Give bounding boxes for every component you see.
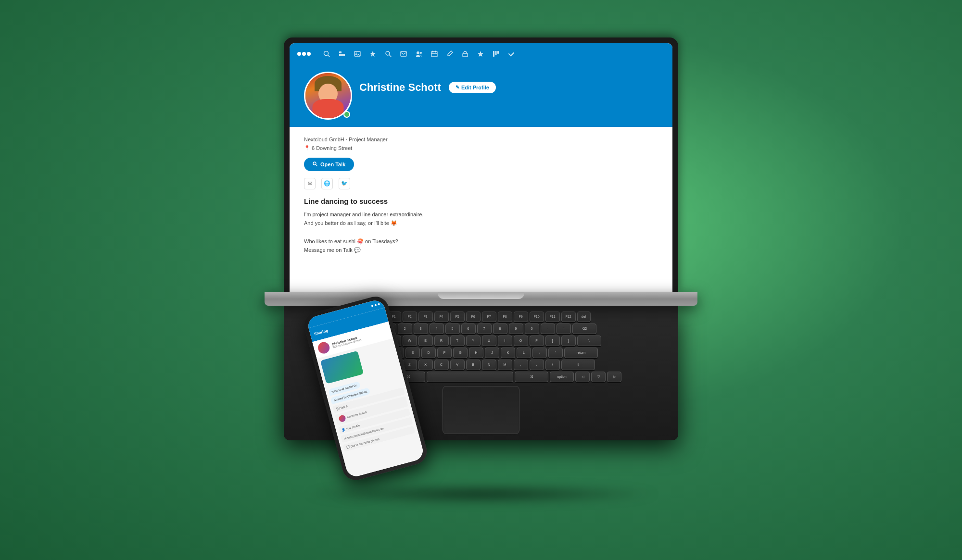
- nav-files-icon[interactable]: [339, 50, 345, 57]
- nav-search-icon[interactable]: [323, 50, 330, 57]
- key-return[interactable]: return: [564, 348, 598, 358]
- avatar-body: [313, 99, 344, 118]
- key-y[interactable]: Y: [466, 336, 481, 346]
- key-h[interactable]: H: [469, 348, 483, 358]
- key-c[interactable]: C: [434, 360, 449, 370]
- nav-checkmark-icon[interactable]: [508, 50, 515, 57]
- key-i[interactable]: I: [498, 336, 512, 346]
- key-f7[interactable]: F7: [482, 311, 496, 322]
- key-x[interactable]: X: [418, 360, 433, 370]
- key-7[interactable]: 7: [477, 324, 492, 334]
- key-slash[interactable]: /: [545, 360, 560, 370]
- key-r[interactable]: R: [434, 336, 449, 346]
- key-semicolon[interactable]: ;: [532, 348, 547, 358]
- key-f[interactable]: F: [437, 348, 452, 358]
- key-left-arrow[interactable]: ◁: [575, 372, 590, 382]
- key-g[interactable]: G: [453, 348, 468, 358]
- avatar-image: [305, 73, 351, 118]
- key-o[interactable]: O: [514, 336, 528, 346]
- topbar: [290, 43, 672, 64]
- bio-line-2: And you better do as I say, or I'll bite…: [304, 219, 658, 228]
- key-comma[interactable]: ,: [514, 360, 528, 370]
- nav-contacts-icon[interactable]: [416, 50, 422, 57]
- key-f6[interactable]: F6: [466, 311, 481, 322]
- profile-header: Christine Schott ✎ Edit Profile: [290, 64, 672, 127]
- nav-photos-icon[interactable]: [354, 50, 361, 57]
- social-web-icon[interactable]: 🌐: [321, 178, 333, 189]
- key-t[interactable]: T: [450, 336, 465, 346]
- key-backslash[interactable]: \: [577, 336, 601, 346]
- open-talk-button[interactable]: Open Talk: [304, 158, 354, 171]
- key-p[interactable]: P: [530, 336, 544, 346]
- key-e[interactable]: E: [418, 336, 433, 346]
- trackpad[interactable]: [443, 386, 519, 434]
- svg-rect-16: [463, 53, 468, 57]
- social-twitter-icon[interactable]: 🐦: [339, 178, 350, 189]
- key-f3[interactable]: F3: [418, 311, 433, 322]
- phone-menu-talk-label: 💬 Talk 6: [336, 405, 348, 411]
- nav-bookmarks-icon[interactable]: [477, 50, 484, 57]
- nav-magnify-icon[interactable]: [385, 50, 392, 57]
- key-m[interactable]: M: [498, 360, 512, 370]
- key-d[interactable]: D: [421, 348, 436, 358]
- key-j[interactable]: J: [485, 348, 499, 358]
- key-3[interactable]: 3: [414, 324, 428, 334]
- key-b[interactable]: B: [466, 360, 481, 370]
- key-right-arrow[interactable]: ▷: [607, 372, 621, 382]
- key-minus[interactable]: -: [541, 324, 555, 334]
- key-6[interactable]: 6: [461, 324, 476, 334]
- key-rbracket[interactable]: ]: [561, 336, 576, 346]
- svg-rect-12: [431, 51, 437, 57]
- key-equals[interactable]: =: [557, 324, 571, 334]
- key-f5[interactable]: F5: [450, 311, 465, 322]
- key-f8[interactable]: F8: [498, 311, 512, 322]
- key-n[interactable]: N: [482, 360, 496, 370]
- key-shift-right[interactable]: ⇧: [561, 360, 595, 370]
- edit-profile-button[interactable]: ✎ Edit Profile: [449, 82, 496, 93]
- key-f11[interactable]: F11: [545, 311, 560, 322]
- key-period[interactable]: .: [530, 360, 544, 370]
- key-cmd-right[interactable]: ⌘: [515, 372, 548, 382]
- key-f4[interactable]: F4: [434, 311, 449, 322]
- nav-mail-icon[interactable]: [400, 51, 407, 57]
- key-u[interactable]: U: [482, 336, 496, 346]
- profile-subtitle: Nextcloud GmbH · Project Manager: [304, 137, 658, 142]
- social-email-icon[interactable]: ✉: [304, 178, 316, 189]
- key-f12[interactable]: F12: [561, 311, 576, 322]
- nav-password-icon[interactable]: [462, 50, 468, 57]
- svg-line-8: [389, 55, 391, 57]
- key-s[interactable]: S: [405, 348, 420, 358]
- key-down-arrow[interactable]: ▽: [591, 372, 606, 382]
- key-option-right[interactable]: option: [550, 372, 574, 382]
- nav-notes-icon[interactable]: [446, 50, 453, 57]
- key-f10[interactable]: F10: [530, 311, 544, 322]
- key-quote[interactable]: ': [548, 348, 563, 358]
- key-5[interactable]: 5: [445, 324, 460, 334]
- nav-deck-icon[interactable]: [493, 50, 499, 57]
- key-k[interactable]: K: [501, 348, 515, 358]
- key-space[interactable]: [427, 372, 513, 382]
- nextcloud-logo[interactable]: [297, 52, 311, 56]
- key-2[interactable]: 2: [398, 324, 412, 334]
- key-del[interactable]: del: [577, 311, 591, 322]
- key-0[interactable]: 0: [525, 324, 539, 334]
- key-lbracket[interactable]: [: [545, 336, 560, 346]
- key-w[interactable]: W: [403, 336, 417, 346]
- nav-calendar-icon[interactable]: [431, 50, 438, 57]
- key-9[interactable]: 9: [509, 324, 523, 334]
- key-4[interactable]: 4: [430, 324, 444, 334]
- phone-signal-icon: [371, 305, 374, 307]
- key-f2[interactable]: F2: [403, 311, 417, 322]
- edit-pencil-icon: ✎: [456, 85, 459, 90]
- logo-circle-1: [297, 52, 301, 56]
- profile-name-area: Christine Schott ✎ Edit Profile: [359, 81, 496, 94]
- nextcloud-app: Christine Schott ✎ Edit Profile Nextclou…: [290, 43, 672, 292]
- key-v[interactable]: V: [450, 360, 465, 370]
- phone-avatar: [316, 340, 330, 354]
- key-8[interactable]: 8: [493, 324, 507, 334]
- key-backspace[interactable]: ⌫: [572, 324, 596, 334]
- profile-location: 📍 6 Downing Street: [304, 145, 658, 151]
- key-f9[interactable]: F9: [514, 311, 528, 322]
- key-l[interactable]: L: [517, 348, 531, 358]
- nav-activity-icon[interactable]: [369, 50, 376, 57]
